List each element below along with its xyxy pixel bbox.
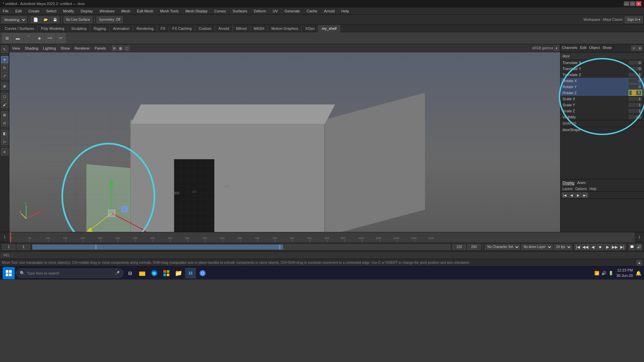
shelf-tab-sculpting[interactable]: Sculpting <box>68 25 90 32</box>
volume-icon[interactable]: 🔊 <box>601 271 606 276</box>
cb-subtab-layers[interactable]: Layers <box>562 187 573 191</box>
lasso-tool-button[interactable]: ⬡ <box>1 93 8 100</box>
anim-layer-dropdown[interactable]: No Anim Layer <box>521 244 552 250</box>
cb-value-visibility[interactable]: on <box>629 115 642 119</box>
cb-row-rotate-x[interactable]: Rotate X 0 <box>560 78 644 84</box>
step-fwd-button[interactable]: ▶▶ <box>611 244 618 250</box>
shelf-tab-bifrost[interactable]: Bifrost <box>233 25 250 32</box>
cb-attributes-scroll[interactable]: Translate X 0 Translate Y 0 Translate Z … <box>560 60 644 120</box>
cb-value-scale-y[interactable]: 1 <box>629 103 642 107</box>
shelf-tab-custom[interactable]: Custom <box>195 25 215 32</box>
mel-input[interactable] <box>13 253 643 257</box>
taskbar-icon-task-view[interactable]: ⊟ <box>125 268 136 279</box>
shelf-tab-fx[interactable]: FX <box>157 25 169 32</box>
taskbar-icon-store[interactable] <box>161 268 172 279</box>
cb-subtab-options[interactable]: Options <box>575 187 587 191</box>
cb-play-end[interactable]: ▶| <box>582 192 588 198</box>
vt-panels[interactable]: Panels <box>93 46 107 51</box>
cb-icon-1[interactable]: ⊙ <box>631 46 637 51</box>
symmetry-button[interactable]: Symmetry: Off <box>97 16 123 23</box>
shelf-icon-hist[interactable]: Hist <box>45 33 55 43</box>
render-button[interactable]: ▷ <box>1 138 8 145</box>
paint-tool-button[interactable]: 🖌 <box>1 101 8 108</box>
menu-display[interactable]: Display <box>79 8 94 14</box>
magnet-button[interactable]: ⊙ <box>1 119 8 127</box>
open-scene-button[interactable]: 📂 <box>41 16 50 23</box>
cb-row-scale-z[interactable]: Scale Z 1 <box>560 108 644 114</box>
cb-tab-show[interactable]: Show <box>602 46 612 51</box>
notification-icon-2[interactable]: 🔊 <box>636 244 642 250</box>
frame-start-input[interactable] <box>2 244 15 250</box>
menu-curves[interactable]: Curves <box>213 8 227 14</box>
viewport[interactable]: View Shading Lighting Show Renderer Pane… <box>9 44 560 232</box>
taskbar-icon-edge[interactable] <box>149 268 160 279</box>
maximize-button[interactable]: □ <box>630 1 635 6</box>
shapes-item-door[interactable]: doorShape <box>560 127 644 132</box>
cb-play-begin[interactable]: |◀ <box>562 192 568 198</box>
shelf-tab-poly-modeling[interactable]: Poly Modeling <box>38 25 68 32</box>
menu-arnold[interactable]: Arnold <box>323 8 336 14</box>
range-end-input[interactable] <box>452 244 466 250</box>
start-button[interactable] <box>3 267 15 279</box>
vt-shading[interactable]: Shading <box>23 46 40 51</box>
select-tool-button[interactable]: ↖ <box>1 46 8 53</box>
stop-button[interactable]: ■ <box>597 244 603 250</box>
menu-mesh-display[interactable]: Mesh Display <box>184 8 209 14</box>
cb-row-rotate-z[interactable]: Rotate Z 1 0 <box>560 90 644 96</box>
play-back-button[interactable]: ◀ <box>589 244 596 250</box>
cb-play-back[interactable]: ◀ <box>569 192 575 198</box>
cb-play-fwd[interactable]: ▶ <box>575 192 581 198</box>
fps-dropdown[interactable]: 24 fps <box>554 244 572 250</box>
shelf-icon-curves[interactable]: ⌒ <box>23 33 34 43</box>
menu-edit-mesh[interactable]: Edit Mesh <box>136 8 155 14</box>
sign-in-button[interactable]: Sign In ▾ <box>625 16 643 23</box>
system-clock[interactable]: 12:23 PM 30-Jun-20 <box>616 268 633 278</box>
shelf-tab-mash[interactable]: MASH <box>250 25 268 32</box>
cb-row-visibility[interactable]: Visibility on <box>560 114 644 120</box>
cb-subtab-help[interactable]: Help <box>589 187 596 191</box>
menu-uv[interactable]: UV <box>271 8 279 14</box>
shelf-tab-rendering[interactable]: Rendering <box>133 25 157 32</box>
shelf-icon-bar[interactable]: ▬ <box>13 33 23 43</box>
step-back-button[interactable]: ◀◀ <box>582 244 589 250</box>
shelf-tab-animation[interactable]: Animation <box>110 25 133 32</box>
universal-tool-button[interactable]: ⊕ <box>1 82 8 90</box>
menu-modify[interactable]: Modify <box>62 8 75 14</box>
colorspace-dropdown[interactable]: ▾ <box>554 46 559 51</box>
cb-value-scale-z[interactable]: 1 <box>629 109 642 113</box>
cb-value-translate-x[interactable]: 0 <box>629 61 642 65</box>
cb-tab-object[interactable]: Object <box>589 46 600 51</box>
cb-value-rotate-y[interactable]: 0 <box>629 85 642 89</box>
move-tool-button[interactable]: ✛ <box>1 56 8 63</box>
taskbar-search[interactable]: 🔍 Type here to search 🎤 <box>16 268 123 278</box>
cb-row-scale-x[interactable]: Scale X 1 <box>560 96 644 102</box>
menu-help[interactable]: Help <box>340 8 351 14</box>
vt-view[interactable]: View <box>11 46 21 51</box>
character-set-dropdown[interactable]: No Character Set <box>485 244 520 250</box>
mode-dropdown[interactable]: Modeling <box>1 16 26 23</box>
cb-row-translate-x[interactable]: Translate X 0 <box>560 60 644 66</box>
save-scene-button[interactable]: 💾 <box>51 16 59 23</box>
shelf-tab-motion-graphics[interactable]: Motion Graphics <box>268 25 302 32</box>
vt-lighting[interactable]: Lighting <box>42 46 57 51</box>
cb-icon-2[interactable]: ⊞ <box>637 46 643 51</box>
3d-scene[interactable]: 200 200 300 <box>9 52 560 232</box>
network-icon[interactable]: 📶 <box>594 271 599 276</box>
vt-icon-1[interactable]: ⊞ <box>112 46 117 51</box>
play-to-start-button[interactable]: |◀ <box>575 244 581 250</box>
menu-edit[interactable]: Edit <box>14 8 23 14</box>
cb-row-translate-z[interactable]: Translate Z 1 <box>560 72 644 78</box>
timeline-ruler[interactable]: 1 50 100 150 200 250 300 350 400 450 <box>9 232 635 242</box>
mic-icon[interactable]: 🎤 <box>115 271 120 276</box>
shelf-tab-xgen[interactable]: XGen <box>302 25 318 32</box>
cb-tab-display[interactable]: Display <box>562 181 575 185</box>
menu-mesh-tools[interactable]: Mesh Tools <box>159 8 180 14</box>
menu-windows[interactable]: Windows <box>98 8 116 14</box>
notification-center-button[interactable]: 🔔 <box>636 270 641 276</box>
play-fwd-button[interactable]: ▶ <box>604 244 611 250</box>
cb-value-scale-x[interactable]: 1 <box>629 97 642 101</box>
window-controls[interactable]: — □ ✕ <box>624 1 641 6</box>
snap-button[interactable]: ⊞ <box>1 111 8 119</box>
display-button[interactable]: ◧ <box>1 130 8 137</box>
close-button[interactable]: ✕ <box>636 1 641 6</box>
